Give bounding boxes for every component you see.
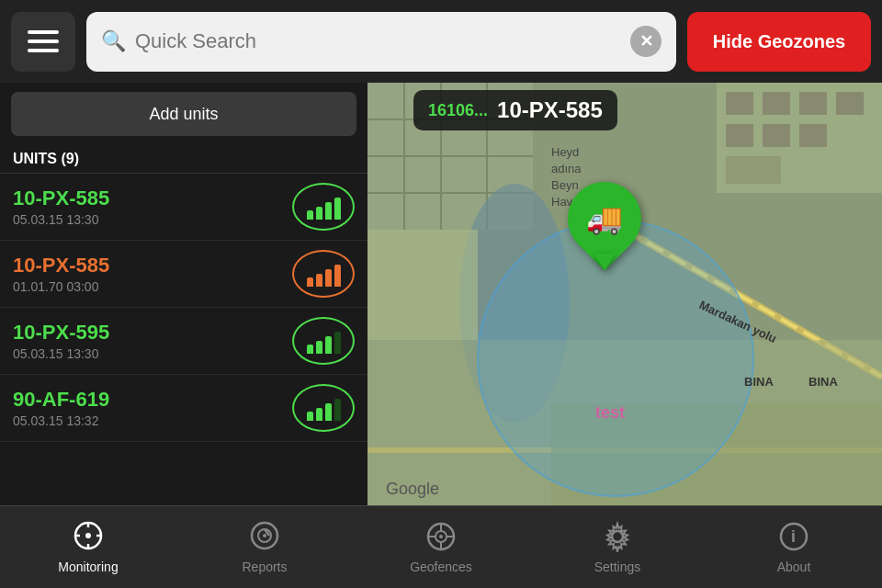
svg-point-43 xyxy=(263,534,266,537)
hide-geozones-button[interactable]: Hide Geozones xyxy=(687,12,871,72)
map-area[interactable]: test Mardakan yolu BINA BINA Heyd adına … xyxy=(368,83,882,505)
header: 🔍 ✕ Hide Geozones xyxy=(0,0,882,83)
svg-rect-19 xyxy=(726,124,753,147)
tooltip-unit-id: 16106... xyxy=(428,101,488,120)
nav-label-about: About xyxy=(777,560,811,574)
truck-icon: 🚚 xyxy=(586,201,623,236)
svg-text:adına: adına xyxy=(551,162,582,175)
unit-item[interactable]: 90-AF-619 05.03.15 13:32 xyxy=(0,375,368,442)
svg-rect-23 xyxy=(368,230,478,340)
signal-indicator xyxy=(292,250,355,298)
svg-point-51 xyxy=(612,531,623,542)
svg-rect-15 xyxy=(726,92,753,115)
svg-rect-16 xyxy=(763,92,790,115)
svg-rect-22 xyxy=(726,156,781,184)
search-bar: 🔍 ✕ xyxy=(86,12,676,72)
nav-item-monitoring[interactable]: Monitoring xyxy=(0,506,176,588)
svg-rect-18 xyxy=(836,92,864,115)
unit-name: 10-PX-595 xyxy=(13,321,292,345)
svg-text:BINA: BINA xyxy=(808,375,838,389)
nav-item-geofences[interactable]: Geofences xyxy=(353,506,529,588)
nav-item-reports[interactable]: Reports xyxy=(176,506,353,588)
marker-tail xyxy=(594,254,616,270)
svg-rect-20 xyxy=(763,124,790,147)
units-header: UNITS (9) xyxy=(0,145,368,174)
signal-indicator xyxy=(292,384,355,432)
hamburger-icon xyxy=(28,30,59,52)
svg-rect-17 xyxy=(799,92,827,115)
reports-icon xyxy=(249,520,280,556)
svg-text:Heyd: Heyd xyxy=(551,145,579,159)
nav-item-about[interactable]: i About xyxy=(706,506,882,588)
left-panel: Add units UNITS (9) 10-PX-585 05.03.15 1… xyxy=(0,83,368,505)
unit-item[interactable]: 10-PX-595 05.03.15 13:30 xyxy=(0,308,368,375)
unit-name: 90-AF-619 xyxy=(13,388,292,412)
unit-name: 10-PX-585 xyxy=(13,254,292,277)
svg-point-35 xyxy=(85,533,91,538)
search-input[interactable] xyxy=(135,29,621,53)
search-icon: 🔍 xyxy=(101,29,126,53)
unit-item[interactable]: 10-PX-585 05.03.15 13:30 xyxy=(0,174,368,241)
tooltip-unit-name: 10-PX-585 xyxy=(497,97,603,123)
add-units-button[interactable]: Add units xyxy=(11,92,356,136)
menu-button[interactable] xyxy=(11,12,75,72)
svg-text:test: test xyxy=(595,403,625,422)
signal-indicator xyxy=(292,317,355,365)
unit-time: 05.03.15 13:32 xyxy=(13,413,292,428)
geofences-icon xyxy=(425,521,457,556)
svg-text:BINA: BINA xyxy=(744,375,774,389)
about-icon: i xyxy=(778,521,809,556)
svg-text:Google: Google xyxy=(386,480,439,498)
svg-point-46 xyxy=(439,535,443,538)
bottom-nav: Monitoring Reports Geofences xyxy=(0,505,882,588)
svg-text:i: i xyxy=(791,527,796,546)
nav-item-settings[interactable]: Settings xyxy=(529,506,706,588)
unit-time: 05.03.15 13:30 xyxy=(13,212,292,227)
settings-icon xyxy=(602,521,633,556)
unit-time: 01.01.70 03:00 xyxy=(13,279,292,294)
map-marker: 🚚 xyxy=(568,182,641,270)
unit-time: 05.03.15 13:30 xyxy=(13,346,292,361)
monitoring-icon xyxy=(73,520,104,556)
signal-indicator xyxy=(292,183,355,231)
nav-label-monitoring: Monitoring xyxy=(58,560,118,574)
unit-name: 10-PX-585 xyxy=(13,187,292,210)
svg-rect-21 xyxy=(799,124,827,147)
map-svg: test Mardakan yolu BINA BINA Heyd adına … xyxy=(368,83,882,505)
nav-label-reports: Reports xyxy=(242,560,287,574)
nav-label-geofences: Geofences xyxy=(410,560,472,574)
unit-item[interactable]: 10-PX-585 01.01.70 03:00 xyxy=(0,241,368,308)
map-tooltip: 16106... 10-PX-585 xyxy=(413,90,617,130)
nav-label-settings: Settings xyxy=(594,560,641,574)
clear-search-button[interactable]: ✕ xyxy=(630,26,662,57)
unit-list: 10-PX-585 05.03.15 13:30 10-PX-585 01.01… xyxy=(0,174,368,442)
